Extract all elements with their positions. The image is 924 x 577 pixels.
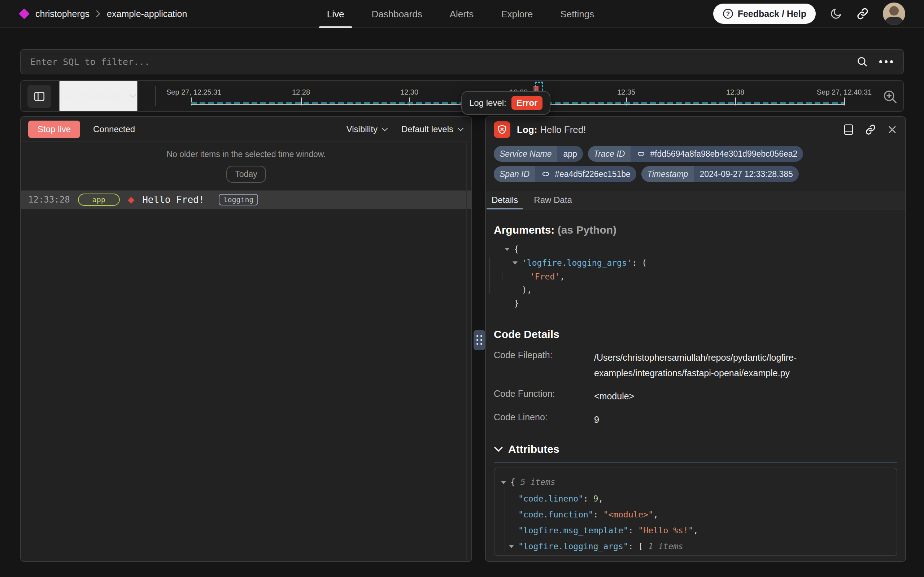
close-icon[interactable] bbox=[887, 124, 897, 135]
collapse-caret-icon[interactable] bbox=[501, 475, 510, 491]
timeline-tick-label: 12:38 bbox=[726, 88, 744, 97]
span-tags: Service Name app Trace ID #fdd5694a8fa98… bbox=[486, 146, 905, 182]
empty-window-message: No older items in the selected time wind… bbox=[21, 150, 471, 159]
arguments-code-block: {'logfire.logging_args': ('Fred',),} bbox=[486, 243, 905, 310]
live-feed-panel: Stop live Connected Visibility Default l… bbox=[20, 116, 472, 562]
today-button[interactable]: Today bbox=[226, 166, 266, 183]
nav-tab-alerts[interactable]: Alerts bbox=[440, 0, 483, 28]
code-function-label: Code Function: bbox=[494, 388, 594, 404]
connection-status: Connected bbox=[93, 124, 135, 134]
code-token: "logfire.msg_template" bbox=[518, 526, 628, 535]
code-token: 'Fred' bbox=[530, 272, 560, 281]
nav-tab-live[interactable]: Live bbox=[318, 0, 354, 28]
code-line: ), bbox=[505, 284, 897, 297]
log-detail-panel: Log:Hello Fred! Service Name app bbox=[485, 116, 906, 562]
code-lineno-value: 9 bbox=[594, 412, 599, 427]
visibility-label: Visibility bbox=[347, 124, 378, 134]
log-list: 12:33:28 app ◆ Hello Fred! logging bbox=[21, 190, 471, 209]
scrollbar-track[interactable] bbox=[466, 143, 467, 560]
timeline-tick bbox=[844, 97, 845, 105]
default-levels-dropdown[interactable]: Default levels bbox=[401, 124, 464, 134]
code-token: : bbox=[628, 526, 638, 535]
code-filepath-row: Code Filepath: /Users/christophersamiull… bbox=[494, 350, 897, 380]
error-level-badge: Error bbox=[511, 96, 543, 110]
svg-text:?: ? bbox=[726, 10, 730, 17]
code-line: { 5 items bbox=[501, 474, 890, 491]
timeline-tick-label: 12:30 bbox=[400, 88, 418, 97]
code-token: 'logfire.logging_args' bbox=[522, 258, 632, 268]
collapse-caret-icon[interactable] bbox=[509, 539, 518, 554]
detail-tabs: Details Raw Data bbox=[486, 191, 905, 210]
code-token: "code.lineno" bbox=[518, 494, 583, 503]
code-filepath-value: /Users/christophersamiullah/repos/pydant… bbox=[594, 350, 854, 380]
code-filepath-label: Code Filepath: bbox=[494, 350, 594, 380]
tag-value: #fdd5694a8fa98eb4e301d99ebc056ea2 bbox=[650, 149, 797, 159]
timestamp-tag[interactable]: Timestamp 2024-09-27 12:33:28.385 bbox=[641, 166, 799, 182]
split-view-icon[interactable] bbox=[843, 124, 854, 136]
service-badge[interactable]: app bbox=[78, 193, 120, 206]
service-name-tag[interactable]: Service Name app bbox=[494, 146, 583, 162]
logfire-app: christophergs example-application Live D… bbox=[0, 0, 924, 577]
log-row[interactable]: 12:33:28 app ◆ Hello Fred! logging bbox=[21, 191, 471, 209]
zoom-in-icon[interactable] bbox=[882, 89, 898, 105]
feedback-help-button[interactable]: ? Feedback / Help bbox=[713, 3, 816, 24]
attributes-heading[interactable]: Attributes bbox=[486, 443, 905, 455]
span-id-tag[interactable]: Span ID #ea4d5f226ec151be bbox=[494, 166, 636, 182]
breadcrumb: christophergs example-application bbox=[0, 9, 187, 19]
stop-live-button[interactable]: Stop live bbox=[28, 121, 80, 138]
visibility-dropdown[interactable]: Visibility bbox=[347, 124, 388, 134]
breadcrumb-project[interactable]: example-application bbox=[107, 9, 187, 19]
nav-tab-explore[interactable]: Explore bbox=[492, 0, 542, 28]
code-line: } bbox=[505, 297, 897, 310]
share-link-icon[interactable] bbox=[856, 7, 869, 20]
tag-value: 2024-09-27 12:33:28.385 bbox=[694, 169, 799, 179]
indent-guide bbox=[502, 271, 503, 280]
sql-filter-input[interactable] bbox=[31, 57, 856, 67]
nav-tab-dashboards[interactable]: Dashboards bbox=[362, 0, 431, 28]
timeline-tick-label: 12:28 bbox=[292, 88, 310, 97]
trace-id-tag[interactable]: Trace ID #fdd5694a8fa98eb4e301d99ebc056e… bbox=[588, 146, 803, 162]
code-token: , bbox=[693, 526, 698, 535]
code-function-row: Code Function: <module> bbox=[494, 388, 897, 404]
code-token: } bbox=[514, 298, 519, 308]
code-token: : ( bbox=[632, 258, 647, 268]
code-details-section: Code Details Code Filepath: /Users/chris… bbox=[486, 318, 905, 427]
more-options-icon[interactable] bbox=[879, 58, 893, 65]
detail-title: Log:Hello Fred! bbox=[517, 124, 586, 135]
nav-right: ? Feedback / Help bbox=[713, 3, 924, 25]
theme-toggle-moon-icon[interactable] bbox=[829, 7, 842, 20]
copy-link-icon[interactable] bbox=[865, 124, 876, 135]
log-message: Hello Fred! bbox=[142, 194, 204, 205]
tab-raw-data[interactable]: Raw Data bbox=[534, 191, 572, 209]
tag-value: #ea4d5f226ec151be bbox=[555, 169, 631, 179]
tab-details[interactable]: Details bbox=[492, 191, 518, 209]
code-token: { bbox=[514, 245, 519, 254]
collapse-caret-icon[interactable] bbox=[513, 257, 522, 270]
panel-resize-handle[interactable] bbox=[474, 330, 485, 350]
top-nav: christophergs example-application Live D… bbox=[0, 0, 924, 28]
scope-badge[interactable]: logging bbox=[219, 194, 258, 205]
indent-guide bbox=[489, 257, 490, 293]
code-token: ), bbox=[522, 285, 532, 295]
code-token: "code.function" bbox=[518, 510, 593, 519]
code-lineno-label: Code Lineno: bbox=[494, 412, 594, 427]
tag-label: Span ID bbox=[494, 166, 535, 182]
detail-header: Log:Hello Fred! bbox=[486, 121, 905, 138]
breadcrumb-org[interactable]: christophergs bbox=[35, 9, 90, 19]
detail-title-prefix: Log: bbox=[517, 124, 537, 135]
arguments-subheading: (as Python) bbox=[558, 224, 617, 236]
timeline-tick-label: Sep 27, 12:25:31 bbox=[166, 88, 221, 97]
code-line: "logfire.msg_template": "Hello %s!", bbox=[501, 522, 890, 538]
search-icon[interactable] bbox=[856, 56, 868, 68]
user-avatar[interactable] bbox=[883, 3, 905, 25]
collapse-caret-icon[interactable] bbox=[505, 243, 514, 256]
arguments-heading-text: Arguments: bbox=[494, 224, 554, 236]
code-token: 5 items bbox=[521, 477, 556, 487]
timeline-tick-label: 12:35 bbox=[617, 88, 635, 97]
code-token: 9 bbox=[593, 494, 598, 503]
tag-value: app bbox=[557, 149, 583, 159]
code-line: 0: "Fred", bbox=[501, 554, 890, 556]
logfire-logo-icon[interactable] bbox=[19, 8, 30, 19]
tag-label: Service Name bbox=[494, 146, 557, 162]
nav-tab-settings[interactable]: Settings bbox=[551, 0, 604, 28]
